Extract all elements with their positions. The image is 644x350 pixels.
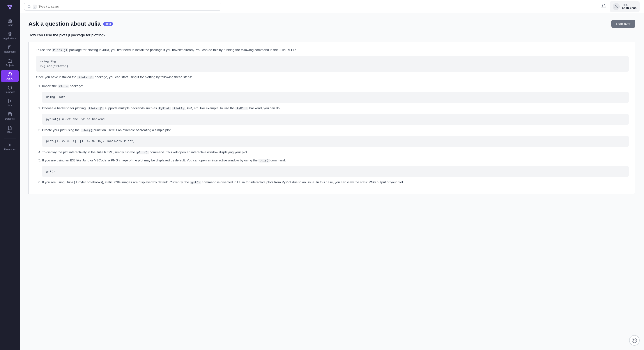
user-info: Hello, Sneh Shah xyxy=(622,4,636,10)
search-bar[interactable]: / xyxy=(24,3,221,10)
sidebar-item-packages-label: Packages xyxy=(4,91,15,94)
user-section[interactable]: Hello, Sneh Shah xyxy=(610,1,640,12)
sidebar-item-files-label: Files xyxy=(7,131,12,134)
start-over-button[interactable]: Start over xyxy=(611,20,635,28)
svg-point-10 xyxy=(615,5,617,6)
step-4: To display the plot interactively in the… xyxy=(42,149,629,155)
code-pyplot-1: PyPlot xyxy=(158,107,171,110)
sidebar-item-home[interactable]: Home xyxy=(1,16,18,29)
answer-after-install: Once you have installed the Plots.jl pac… xyxy=(36,74,629,80)
content-area: Ask a question about Julia beta Start ov… xyxy=(20,13,644,350)
code-block-install: using Pkg Pkg.add("Plots") xyxy=(36,56,629,72)
step-2: Choose a backend for plotting. Plots.jl … xyxy=(42,105,629,125)
sidebar-item-notebooks[interactable]: Notebooks xyxy=(1,43,18,56)
sidebar-item-notebooks-label: Notebooks xyxy=(4,50,16,53)
step-5: If you are using an IDE like Juno or VSC… xyxy=(42,158,629,177)
code-block-plot-example: plot([1, 2, 3, 4], [1, 4, 9, 16], label=… xyxy=(42,136,629,147)
code-plots-jl-2: Plots.jl xyxy=(77,76,94,79)
svg-point-1 xyxy=(10,4,12,7)
sidebar-item-jobs[interactable]: Jobs xyxy=(1,96,18,109)
svg-point-13 xyxy=(634,339,635,340)
user-icon xyxy=(614,4,618,9)
answer-container: To use the Plots.jl package for plotting… xyxy=(28,42,635,194)
cookie-icon xyxy=(632,338,637,343)
svg-point-11 xyxy=(632,338,637,343)
page-header: Ask a question about Julia beta Start ov… xyxy=(28,20,635,28)
cookie-button[interactable] xyxy=(629,335,640,346)
code-gui-1: gui() xyxy=(258,159,270,162)
svg-marker-6 xyxy=(8,100,11,103)
svg-point-7 xyxy=(8,112,12,114)
code-plot-fn-1: plot() xyxy=(80,128,94,132)
sidebar-item-jobs-label: Jobs xyxy=(7,104,12,107)
code-plots-jl-1: Plots.jl xyxy=(52,48,68,52)
sidebar-item-datasets[interactable]: Datasets xyxy=(1,110,18,122)
svg-point-0 xyxy=(8,4,10,7)
svg-point-8 xyxy=(10,144,10,146)
svg-point-9 xyxy=(28,5,30,8)
sidebar-item-ask-ai[interactable]: Ask AI xyxy=(1,70,18,82)
sidebar-item-applications[interactable]: Applications xyxy=(1,30,18,42)
bell-icon xyxy=(601,4,606,8)
search-slash-badge: / xyxy=(33,4,37,8)
code-block-pyplot: pyplot() # Set the PyPlot backend xyxy=(42,114,629,125)
notification-button[interactable] xyxy=(601,4,606,9)
search-icon xyxy=(28,5,31,8)
code-block-using-plots: using Plots xyxy=(42,92,629,103)
step-6: If you are using IJulia (Jupyter noteboo… xyxy=(42,180,629,185)
sidebar-item-projects[interactable]: Projects xyxy=(1,56,18,69)
page-title-group: Ask a question about Julia beta xyxy=(28,20,113,27)
svg-point-2 xyxy=(9,7,11,10)
answer-intro: To use the Plots.jl package for plotting… xyxy=(36,47,629,53)
code-plots-1: Plots xyxy=(58,84,69,88)
sidebar-item-files[interactable]: Files xyxy=(1,124,18,136)
code-plot-fn-2: plot() xyxy=(136,151,149,154)
code-plotly-1: Plotly xyxy=(172,107,185,110)
sidebar-item-ask-ai-label: Ask AI xyxy=(6,77,13,80)
sidebar-item-datasets-label: Datasets xyxy=(5,118,14,120)
sidebar-item-resources-label: Resources xyxy=(4,148,16,151)
question-text: How can I use the plots.jl package for p… xyxy=(28,33,635,38)
user-hello: Hello, xyxy=(622,4,636,6)
code-block-gui: gui() xyxy=(42,166,629,177)
header-right: Hello, Sneh Shah xyxy=(601,1,640,12)
avatar xyxy=(613,3,620,10)
code-plots-jl-3: Plots.jl xyxy=(88,107,104,110)
beta-badge: beta xyxy=(103,22,113,26)
svg-point-4 xyxy=(8,72,12,76)
step-3: Create your plot using the plot() functi… xyxy=(42,127,629,147)
logo[interactable] xyxy=(6,3,14,12)
sidebar-divider xyxy=(4,138,16,138)
page-title: Ask a question about Julia xyxy=(28,20,100,27)
sidebar-item-applications-label: Applications xyxy=(3,37,16,40)
steps-list: Import the Plots package: using Plots Ch… xyxy=(36,83,629,185)
svg-point-12 xyxy=(633,340,634,340)
header: / Hello, Sneh Shah xyxy=(20,0,644,13)
search-input[interactable] xyxy=(38,5,218,8)
code-gui-2: gui() xyxy=(190,181,201,184)
step-1: Import the Plots package: using Plots xyxy=(42,83,629,103)
sidebar-item-packages[interactable]: Packages xyxy=(1,83,18,96)
sidebar-item-home-label: Home xyxy=(6,24,13,26)
main-wrapper: / Hello, Sneh Shah xyxy=(20,0,644,350)
sidebar-item-resources[interactable]: Resources xyxy=(1,140,18,153)
sidebar: Home Applications Notebooks Projects xyxy=(0,0,20,350)
code-pyplot-2: PyPlot xyxy=(236,107,248,110)
user-name: Sneh Shah xyxy=(622,6,636,10)
sidebar-item-projects-label: Projects xyxy=(6,64,14,67)
